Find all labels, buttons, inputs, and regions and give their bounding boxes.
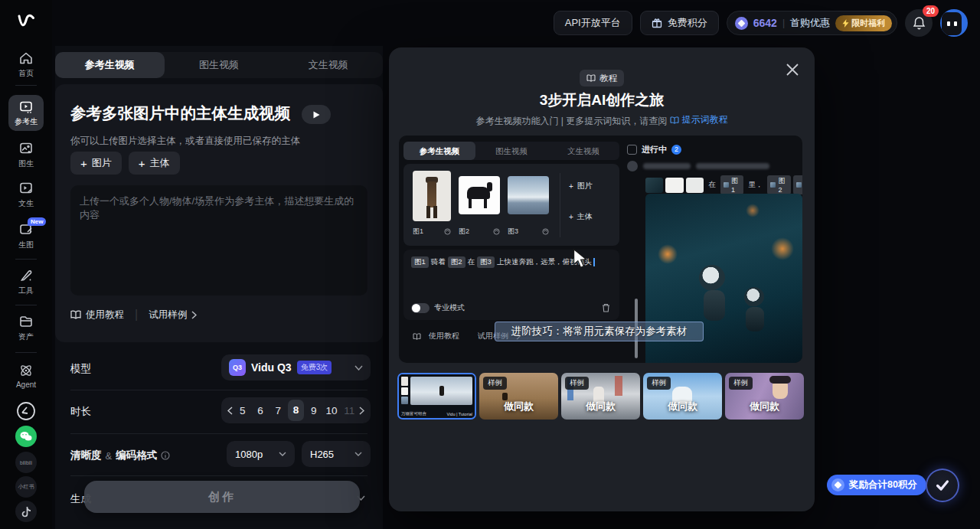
prompt-input[interactable] [70, 185, 368, 296]
duration-option[interactable]: 5 [234, 405, 250, 416]
duration-prev-icon[interactable] [227, 407, 233, 415]
sidebar-item-pic-gen[interactable]: 生图 New [0, 222, 52, 250]
duration-picker: 5 6 7 8 9 10 11 [221, 397, 371, 423]
duration-option[interactable]: 6 [253, 405, 269, 416]
sample-thumb-city[interactable]: 样例 做同款 [561, 373, 640, 420]
book-icon [586, 74, 596, 82]
make-same-label: 做同款 [561, 400, 640, 413]
tools-icon [18, 268, 34, 283]
demo-queue-count-badge: 2 [671, 145, 681, 155]
demo-pro-mode-toggle: 专业模式 [411, 302, 465, 313]
plus-icon: + [569, 182, 573, 191]
demo-image-2-horse [459, 176, 500, 214]
duration-option-selected[interactable]: 8 [288, 400, 304, 421]
demo-add-image-button: +图片 [569, 181, 593, 191]
duration-option[interactable]: 10 [324, 405, 340, 416]
feedback-icon[interactable] [15, 400, 38, 423]
douyin-icon[interactable] [15, 501, 37, 522]
quality-label: 清晰度 [70, 449, 102, 462]
sidebar-item-text-gen[interactable]: 文生 [0, 181, 52, 209]
api-platform-button[interactable]: API开放平台 [554, 11, 632, 35]
close-icon[interactable] [786, 63, 799, 77]
limited-offer-badge[interactable]: 限时福利 [835, 15, 892, 31]
resolution-value: 1080p [235, 449, 263, 460]
image-ref-chip: 图3 [477, 256, 495, 268]
card-title: 参考多张图片中的主体生成视频 [70, 103, 290, 124]
modal-title: 3步开启AI创作之旅 [389, 90, 815, 110]
notification-bell[interactable]: 20 [905, 9, 933, 37]
check-icon [934, 477, 951, 494]
trash-icon [602, 303, 610, 312]
codec-select[interactable]: H265 [302, 441, 371, 467]
wechat-icon[interactable] [15, 426, 37, 447]
sample-thumb-lavender[interactable]: 样例 做同款 [725, 373, 804, 420]
demo-queue-entry: 在 图1 里， 图2 图3 [645, 175, 802, 194]
reference-gen-icon [18, 100, 34, 115]
sidebar-divider [15, 352, 37, 353]
user-avatar[interactable] [940, 9, 968, 37]
add-image-button[interactable]: + 图片 [70, 152, 122, 175]
demo-tab-reference-video: 参考生视频 [403, 142, 475, 160]
sidebar: 首页 参考生 图生 文生 生图 New 工具 资产 [0, 0, 52, 529]
text-cursor [593, 258, 595, 266]
demo-add-subject-button: +主体 [569, 211, 593, 222]
sample-thumb-tutorial-selected[interactable]: 万物皆可组合 Vidu | Tutorial [397, 373, 476, 420]
model-label: 模型 [70, 362, 91, 376]
vidu-logo-icon[interactable] [15, 9, 39, 34]
model-select[interactable]: Q3 Vidu Q3 免费3次 [221, 354, 371, 380]
prompt-segment: 骑着 [431, 257, 446, 267]
task-check-button[interactable] [926, 469, 959, 502]
duration-option[interactable]: 9 [305, 405, 322, 416]
duration-option[interactable]: 7 [270, 405, 286, 416]
chevron-down-icon [354, 452, 362, 456]
queue-text: 里， [748, 180, 763, 190]
model-value: Vidu Q3 [251, 361, 292, 374]
duration-option[interactable]: 11 [341, 405, 358, 416]
sidebar-item-reference-gen[interactable]: 参考生 [8, 95, 44, 131]
modal-subtitle-text: 参考生视频功能入门 | 更多提示词知识，请查阅 [475, 116, 667, 126]
free-credits-button[interactable]: 免费积分 [640, 11, 719, 35]
chevron-down-icon [354, 365, 363, 371]
tutorial-link[interactable]: 使用教程 [70, 309, 124, 322]
tutorial-badge: 教程 [580, 70, 624, 87]
demo-add-image-label: 图片 [577, 181, 593, 191]
chevron-right-icon [191, 311, 197, 319]
tab-text-video[interactable]: 文生视频 [273, 52, 383, 78]
sample-link[interactable]: 试用样例 [149, 309, 197, 322]
sidebar-item-label: 资产 [0, 331, 52, 342]
duration-label: 时长 [70, 405, 91, 419]
prompt-tutorial-link[interactable]: 提示词教程 [670, 113, 728, 126]
resolution-select[interactable]: 1080p [227, 441, 295, 467]
sample-thumb-desert[interactable]: 样例 做同款 [479, 373, 558, 420]
intro-video-play-button[interactable] [302, 105, 331, 124]
sample-thumb-polar-bear[interactable]: 样例 做同款 [643, 373, 722, 420]
sidebar-item-assets[interactable]: 资产 [0, 314, 52, 342]
thumb-footer-left: 万物皆可组合 [401, 411, 426, 416]
sidebar-item-home[interactable]: 首页 [0, 51, 52, 79]
bilibili-icon[interactable]: bilibili [15, 452, 37, 473]
tutorial-modal: 教程 3步开启AI创作之旅 参考生视频功能入门 | 更多提示词知识，请查阅 提示… [389, 47, 815, 511]
play-icon [313, 111, 320, 119]
tab-image-video[interactable]: 图生视频 [165, 52, 274, 78]
reward-diamond-icon [831, 478, 844, 491]
sidebar-item-image-gen[interactable]: 图生 [0, 141, 52, 169]
sidebar-item-tools[interactable]: 工具 [0, 268, 52, 296]
queue-text: 在 [708, 180, 716, 190]
make-same-label: 做同款 [479, 400, 558, 413]
sidebar-item-agent[interactable]: Agent [0, 363, 52, 389]
demo-reference-card: 图1 图2 图3 [403, 164, 619, 246]
tutorial-video-frame[interactable]: 参考生视频 图生视频 文生视频 图1 [399, 136, 802, 363]
sidebar-divider [15, 259, 37, 260]
xiaohongshu-icon[interactable]: 小红书 [15, 476, 37, 498]
app-root: 首页 参考生 图生 文生 生图 New 工具 资产 [0, 0, 980, 529]
add-subject-button[interactable]: + 主体 [129, 152, 180, 175]
sidebar-item-label: Agent [0, 380, 52, 389]
credits-pill[interactable]: 6642 | 首购优惠 限时福利 [727, 11, 897, 35]
plus-icon: + [569, 213, 573, 221]
create-button[interactable]: 创作 [84, 481, 360, 513]
duration-next-icon[interactable] [359, 407, 364, 415]
first-purchase-label: 首购优惠 [790, 16, 830, 30]
queue-chip-label: 图2 [778, 176, 787, 194]
info-icon[interactable] [161, 451, 170, 460]
tab-reference-video[interactable]: 参考生视频 [55, 52, 165, 78]
